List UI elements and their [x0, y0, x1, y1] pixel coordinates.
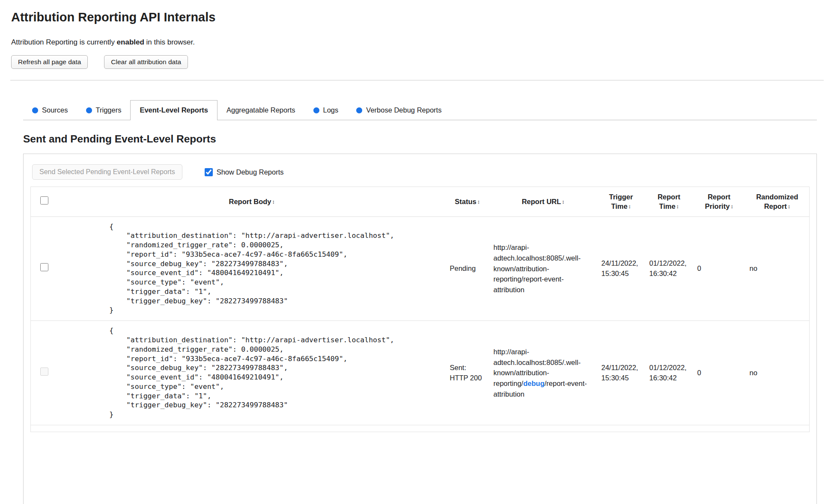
panel-empty-space — [30, 432, 810, 504]
trigger-time-cell: 24/11/2022, 15:30:45 — [597, 216, 645, 321]
sort-icon: ↕ — [730, 204, 733, 210]
tab-label: Sources — [42, 106, 68, 114]
reports-table: Report Body↕ Status↕ Report URL↕ Trigger… — [30, 187, 810, 432]
table-header-row: Report Body↕ Status↕ Report URL↕ Trigger… — [31, 187, 810, 217]
report-time-cell: 01/12/2022, 16:30:42 — [645, 321, 693, 425]
row-checkbox-cell — [31, 321, 58, 425]
show-debug-control[interactable]: Show Debug Reports — [205, 168, 284, 176]
header-report-priority[interactable]: Report Priority↕ — [693, 187, 745, 217]
page-divider — [10, 80, 824, 80]
sort-icon: ↕ — [272, 199, 275, 205]
sort-icon: ↕ — [477, 199, 480, 205]
randomized-report-cell: no — [745, 321, 810, 425]
clear-all-button[interactable]: Clear all attribution data — [104, 55, 188, 69]
content-area: Sources Triggers Event-Level Reports Agg… — [23, 100, 817, 504]
tab-label: Event-Level Reports — [140, 106, 208, 114]
report-controls: Send Selected Pending Event-Level Report… — [32, 164, 810, 180]
header-report-body[interactable]: Report Body↕ — [58, 187, 446, 217]
page-title: Attribution Reporting API Internals — [11, 10, 824, 24]
tab-label: Triggers — [96, 106, 122, 114]
report-body-cell: { "attribution_destination": "http://ara… — [58, 321, 446, 425]
debug-highlight: debug — [523, 379, 545, 387]
status-line: Attribution Reporting is currently enabl… — [11, 38, 824, 47]
tab-logs[interactable]: Logs — [304, 101, 348, 120]
trigger-time-cell: 24/11/2022, 15:30:45 — [597, 321, 645, 425]
table-row: { "attribution_destination": "http://ara… — [31, 216, 810, 321]
row-checkbox[interactable] — [40, 263, 48, 271]
toolbar: Refresh all page data Clear all attribut… — [11, 55, 824, 69]
sort-icon: ↕ — [676, 204, 679, 210]
report-priority-cell: 0 — [693, 216, 745, 321]
report-url-cell: http://arapi-adtech.localhost:8085/.well… — [489, 321, 597, 425]
tab-sources[interactable]: Sources — [23, 101, 77, 120]
report-time-cell: 01/12/2022, 16:30:42 — [645, 216, 693, 321]
table-row: { "attribution_destination": "http://ara… — [31, 321, 810, 425]
report-body-cell: { "attribution_destination": "http://ara… — [58, 216, 446, 321]
select-all-header — [31, 187, 58, 217]
randomized-report-cell: no — [745, 216, 810, 321]
attribution-internals-page: Attribution Reporting API Internals Attr… — [0, 0, 834, 504]
header-randomized-report[interactable]: Randomized Report↕ — [745, 187, 810, 217]
tab-dot-icon — [313, 107, 319, 113]
tab-dot-icon — [32, 107, 38, 113]
header-report-time[interactable]: Report Time↕ — [645, 187, 693, 217]
header-trigger-time[interactable]: Trigger Time↕ — [597, 187, 645, 217]
select-all-checkbox[interactable] — [40, 196, 48, 205]
send-selected-button[interactable]: Send Selected Pending Event-Level Report… — [32, 164, 182, 180]
show-debug-label: Show Debug Reports — [217, 168, 284, 176]
show-debug-checkbox[interactable] — [205, 168, 213, 176]
tab-label: Logs — [323, 106, 339, 114]
status-prefix: Attribution Reporting is currently — [11, 38, 117, 46]
tab-dot-icon — [86, 107, 92, 113]
report-url-cell: http://arapi-adtech.localhost:8085/.well… — [489, 216, 597, 321]
row-checkbox[interactable] — [40, 368, 48, 376]
tab-label: Aggregatable Reports — [226, 106, 295, 114]
refresh-all-button[interactable]: Refresh all page data — [11, 55, 88, 69]
tab-verbose-debug-reports[interactable]: Verbose Debug Reports — [347, 101, 450, 120]
sort-icon: ↕ — [628, 204, 631, 210]
report-url: http://arapi-adtech.localhost:8085/.well… — [494, 243, 581, 294]
header-report-url[interactable]: Report URL↕ — [489, 187, 597, 217]
status-suffix: in this browser. — [144, 38, 195, 46]
report-priority-cell: 0 — [693, 321, 745, 425]
report-body-json: { "attribution_destination": "http://ara… — [109, 222, 394, 315]
section-heading: Sent and Pending Event-Level Reports — [23, 133, 817, 145]
sort-icon: ↕ — [788, 204, 790, 210]
status-cell: Sent: HTTP 200 — [446, 321, 489, 425]
tab-dot-icon — [356, 107, 362, 113]
tab-aggregatable-reports[interactable]: Aggregatable Reports — [217, 101, 304, 120]
table-footer-row — [31, 425, 810, 432]
status-enabled-text: enabled — [117, 38, 144, 46]
reports-panel: Send Selected Pending Event-Level Report… — [23, 154, 817, 504]
report-body-json: { "attribution_destination": "http://ara… — [109, 326, 394, 419]
tab-label: Verbose Debug Reports — [366, 106, 441, 114]
row-checkbox-cell — [31, 216, 58, 321]
header-status[interactable]: Status↕ — [446, 187, 489, 217]
tab-event-level-reports[interactable]: Event-Level Reports — [130, 100, 217, 120]
tab-bar: Sources Triggers Event-Level Reports Agg… — [23, 100, 817, 120]
status-cell: Pending — [446, 216, 489, 321]
sort-icon: ↕ — [562, 199, 564, 205]
tab-triggers[interactable]: Triggers — [77, 101, 131, 120]
